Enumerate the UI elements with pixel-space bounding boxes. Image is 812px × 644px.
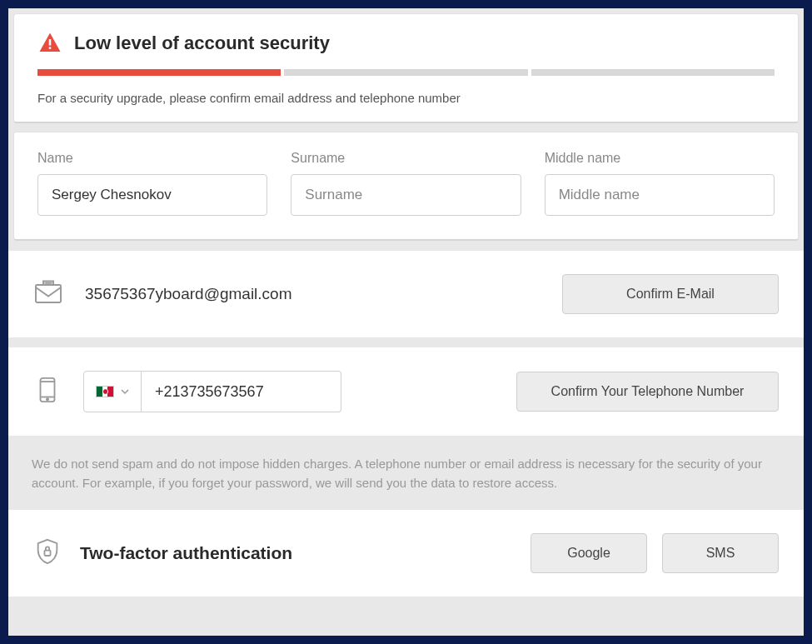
two-factor-title: Two-factor authentication (80, 543, 531, 563)
surname-input[interactable] (291, 174, 521, 216)
middle-name-label: Middle name (545, 151, 775, 166)
svg-rect-0 (49, 39, 52, 46)
svg-rect-1 (49, 47, 52, 49)
security-description: For a security upgrade, please confirm e… (37, 91, 775, 105)
security-title: Low level of account security (74, 32, 330, 54)
disclaimer-text: We do not send spam and do not impose hi… (8, 436, 804, 498)
phone-section: Confirm Your Telephone Number (8, 347, 804, 436)
warning-icon (37, 31, 62, 56)
shield-lock-icon (33, 536, 62, 571)
country-code-select[interactable] (83, 371, 142, 412)
mobile-icon (33, 374, 62, 409)
name-card: Name Surname Middle name (13, 132, 799, 241)
svg-point-7 (47, 398, 48, 400)
svg-rect-2 (36, 285, 61, 302)
svg-rect-8 (44, 550, 50, 555)
progress-segment-2 (284, 69, 527, 76)
flag-algeria-icon (96, 386, 114, 397)
name-label: Name (37, 151, 267, 166)
twofa-sms-button[interactable]: SMS (662, 533, 779, 573)
middle-name-input[interactable] (545, 174, 775, 216)
confirm-phone-button[interactable]: Confirm Your Telephone Number (516, 372, 779, 412)
twofa-google-button[interactable]: Google (531, 533, 647, 573)
phone-input[interactable] (142, 371, 341, 412)
name-input[interactable] (37, 174, 267, 216)
security-progress-bar (37, 69, 775, 76)
security-card: Low level of account security For a secu… (13, 13, 799, 123)
confirm-email-button[interactable]: Confirm E-Mail (562, 274, 779, 314)
surname-label: Surname (291, 151, 521, 166)
envelope-icon (33, 277, 63, 311)
progress-segment-3 (531, 69, 775, 76)
chevron-down-icon (121, 384, 129, 399)
email-address: 35675367yboard@gmail.com (85, 285, 562, 303)
progress-segment-1 (37, 69, 281, 76)
two-factor-section: Two-factor authentication Google SMS (8, 510, 804, 597)
email-section: 35675367yboard@gmail.com Confirm E-Mail (8, 251, 804, 337)
